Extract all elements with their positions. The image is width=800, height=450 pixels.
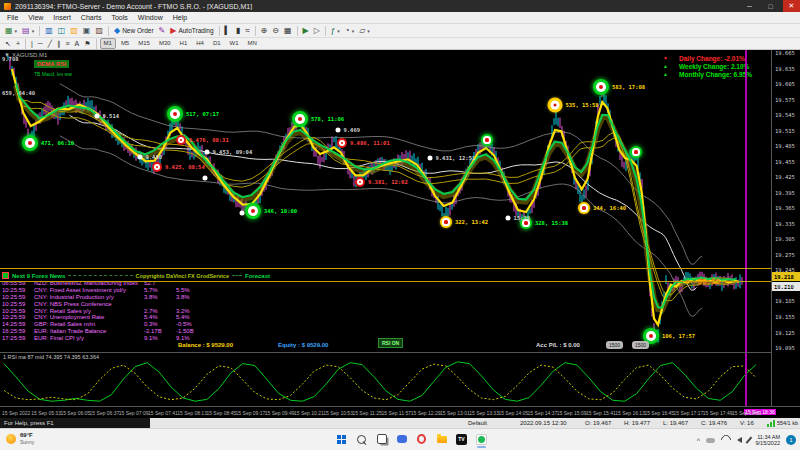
- pen-icon[interactable]: [746, 436, 752, 443]
- timeframe-mn-button[interactable]: MN: [244, 38, 261, 49]
- equidistant-channel-button[interactable]: ∥: [55, 39, 63, 49]
- file-explorer-button[interactable]: [434, 431, 449, 447]
- signal-label: 9.469: [344, 127, 361, 133]
- chart-window[interactable]: ▼ XAGUSD,M1 DEMA RSI TB Macd, lev ww ▼Da…: [0, 50, 800, 418]
- notification-badge[interactable]: 1: [786, 435, 796, 445]
- zoom-out-icon: ⊖: [272, 27, 279, 35]
- timeframe-d1-button[interactable]: D1: [209, 38, 225, 49]
- price-scale-label: 19.575: [775, 97, 795, 103]
- timeframe-h1-button[interactable]: H1: [176, 38, 192, 49]
- chat-button[interactable]: [394, 431, 409, 447]
- news-time: 17:25:59: [2, 335, 34, 341]
- tradingview-button[interactable]: TV: [454, 431, 469, 447]
- weather-desc: Sunny: [20, 439, 34, 446]
- profile-name[interactable]: Default: [468, 418, 487, 428]
- timeframe-h4-button[interactable]: H4: [192, 38, 208, 49]
- tray-expand-icon[interactable]: ^: [697, 437, 700, 444]
- price-scale-label: 19.635: [775, 66, 795, 72]
- time-axis-label: 15 Sep 06:37: [90, 410, 120, 416]
- maximize-button[interactable]: □: [762, 0, 779, 12]
- wifi-icon[interactable]: [719, 433, 733, 447]
- task-view-button[interactable]: [374, 431, 389, 447]
- news-row: 10:25:59CNY: Unemployment Rate5.4%5.4%: [2, 314, 270, 321]
- vertical-line-button[interactable]: |: [29, 39, 35, 49]
- market-watch-button[interactable]: ▥: [43, 26, 55, 36]
- price-scale[interactable]: 19.218 19.210 19.66519.63519.60519.57519…: [771, 50, 800, 406]
- data-window-button[interactable]: ◫: [56, 26, 68, 36]
- menu-item-window[interactable]: Window: [133, 14, 168, 21]
- time-axis-label: 15 Sep 05:33: [31, 410, 61, 416]
- time-axis-label: 15 Sep 09:17: [236, 410, 266, 416]
- menu-item-charts[interactable]: Charts: [76, 14, 107, 21]
- strategy-tester-button[interactable]: ▨: [93, 26, 105, 36]
- news-event: EUR: Italian Trade Balance: [34, 328, 144, 334]
- metatrader-button[interactable]: [474, 431, 489, 447]
- account-pill-button[interactable]: 1500: [632, 341, 649, 349]
- timeframe-m1-button[interactable]: M1: [100, 38, 116, 49]
- navigator-button[interactable]: ▧: [68, 26, 80, 36]
- line-chart-button[interactable]: ≈: [243, 26, 251, 36]
- pane-divider[interactable]: [0, 352, 800, 353]
- close-button[interactable]: ✕: [783, 0, 800, 12]
- minimize-button[interactable]: ─: [741, 0, 758, 12]
- menu-bar: FileViewInsertChartsToolsWindowHelp: [0, 12, 800, 24]
- fibonacci-button[interactable]: ≡: [63, 39, 71, 49]
- price-scale-label: 19.515: [775, 128, 795, 134]
- auto-scroll-button[interactable]: ▶: [301, 26, 311, 36]
- indicators-button[interactable]: ƒ▾: [329, 26, 342, 36]
- menu-item-insert[interactable]: Insert: [48, 14, 76, 21]
- candle-time: 2022.09.15 12:30: [520, 418, 567, 428]
- crosshair-icon: +: [16, 40, 20, 48]
- news-time: 10:25:59: [2, 308, 34, 314]
- arrange-windows-button[interactable]: ▦: [282, 26, 294, 36]
- start-icon: [337, 435, 346, 444]
- divider: [68, 275, 132, 276]
- timeframe-m15-button[interactable]: M15: [134, 38, 154, 49]
- profiles-button[interactable]: ▤▾: [20, 26, 36, 36]
- menu-item-tools[interactable]: Tools: [106, 14, 132, 21]
- price-level-line: [0, 281, 771, 282]
- onedrive-icon[interactable]: [706, 438, 715, 443]
- taskbar-clock[interactable]: 11:34 AM 9/15/2022: [756, 434, 780, 447]
- zoom-in-icon: ⊕: [261, 27, 268, 35]
- terminal-button[interactable]: ▣: [81, 26, 93, 36]
- timeframe-m5-button[interactable]: M5: [117, 38, 133, 49]
- file-explorer-icon: [437, 436, 447, 443]
- time-axis-label: 15 Sep 07:09: [119, 410, 149, 416]
- weather-widget[interactable]: 69°F Sunny: [6, 432, 34, 446]
- opera-button[interactable]: [414, 431, 429, 447]
- signal-sell-marker: [176, 135, 186, 145]
- rsi-on-toggle[interactable]: RSI ON: [378, 338, 403, 348]
- volume-icon[interactable]: [737, 437, 742, 443]
- price-scale-label: 19.185: [775, 298, 795, 304]
- timeframe-w1-button[interactable]: W1: [226, 38, 243, 49]
- cursor-button[interactable]: ↖: [3, 39, 13, 49]
- templates-button[interactable]: ▱▾: [357, 26, 372, 36]
- toolbar-separator: [255, 26, 256, 36]
- autotrading-button[interactable]: ▶AutoTrading: [168, 26, 215, 36]
- search-button[interactable]: [354, 431, 369, 447]
- new-chart-icon: ▦: [5, 27, 13, 35]
- chart-shift-button[interactable]: ▷: [312, 26, 322, 36]
- timeframe-m30-button[interactable]: M30: [155, 38, 175, 49]
- menu-item-file[interactable]: File: [2, 14, 23, 21]
- toolbar-separator: [219, 26, 220, 36]
- start-button[interactable]: [334, 431, 349, 447]
- arrow-objects-button[interactable]: ⚑: [82, 39, 92, 49]
- text-button[interactable]: A: [73, 39, 82, 49]
- new-order-button[interactable]: ◆New Order: [112, 26, 156, 36]
- horizontal-line-button[interactable]: ─: [36, 39, 45, 49]
- crosshair-button[interactable]: +: [14, 39, 22, 49]
- new-chart-button[interactable]: ▦▾: [3, 26, 19, 36]
- trendline-button[interactable]: ╱: [46, 39, 54, 49]
- news-previous: 3.8%: [144, 294, 176, 300]
- account-pill-button[interactable]: 1500: [606, 341, 623, 349]
- metaeditor-button[interactable]: ✎: [157, 26, 168, 36]
- bar-chart-button[interactable]: ▍: [223, 26, 233, 36]
- periods-button[interactable]: ◔▾: [343, 26, 356, 36]
- menu-item-view[interactable]: View: [23, 14, 48, 21]
- menu-item-help[interactable]: Help: [168, 14, 192, 21]
- zoom-out-button[interactable]: ⊖: [270, 26, 281, 36]
- candlestick-chart-button[interactable]: ▮: [234, 26, 242, 36]
- zoom-in-button[interactable]: ⊕: [259, 26, 270, 36]
